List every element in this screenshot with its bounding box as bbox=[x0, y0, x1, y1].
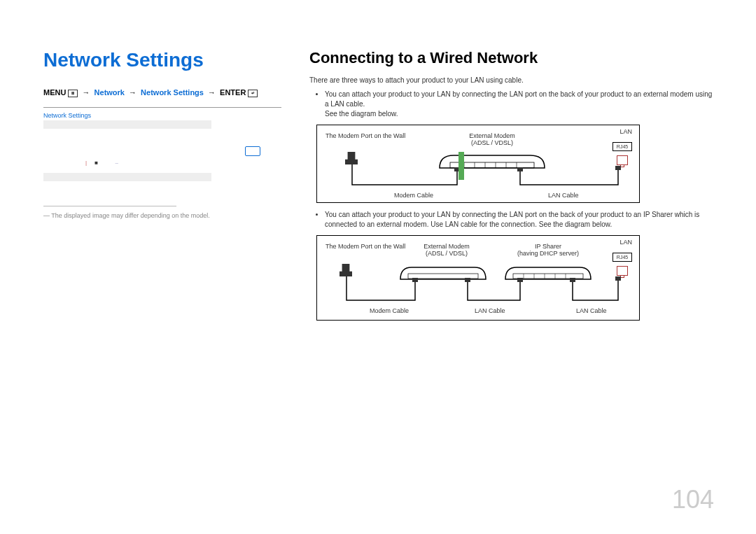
right-column: Connecting to a Wired Network There are … bbox=[309, 49, 714, 328]
lan-cable-label: LAN Cable bbox=[576, 307, 607, 314]
manual-page: Network Settings MENU Ⅲ → Network → Netw… bbox=[0, 0, 756, 349]
ui-row bbox=[43, 120, 211, 129]
ui-dots: | ■ – bbox=[85, 160, 118, 166]
bullet-list: You can attach your product to your LAN … bbox=[309, 210, 714, 230]
modem-cable-label: Modem Cable bbox=[394, 192, 433, 199]
diagram-1: The Modem Port on the Wall External Mode… bbox=[316, 125, 640, 203]
divider bbox=[43, 206, 176, 206]
screenshot-title: Network Settings bbox=[43, 112, 281, 119]
cable-lines bbox=[317, 125, 639, 202]
svg-rect-8 bbox=[458, 152, 464, 180]
intro-text: There are three ways to attach your prod… bbox=[309, 76, 714, 85]
diagram-2: The Modem Port on the Wall External Mode… bbox=[316, 235, 640, 321]
arrow-icon: → bbox=[208, 88, 216, 97]
svg-rect-22 bbox=[615, 276, 621, 281]
ui-row bbox=[43, 173, 211, 181]
svg-rect-9 bbox=[517, 167, 523, 171]
left-column: Network Settings MENU Ⅲ → Network → Netw… bbox=[43, 49, 281, 328]
page-number: 104 bbox=[672, 485, 714, 514]
network-label: Network bbox=[94, 88, 125, 97]
menu-label: MENU bbox=[43, 88, 66, 97]
enter-label: ENTER bbox=[220, 88, 246, 97]
subsection-title: Connecting to a Wired Network bbox=[309, 49, 714, 67]
arrow-icon: → bbox=[83, 88, 90, 97]
bullet-list: You can attach your product to your LAN … bbox=[309, 90, 714, 119]
menu-path: MENU Ⅲ → Network → Network Settings → EN… bbox=[43, 88, 281, 97]
lan-cable-label: LAN Cable bbox=[548, 192, 579, 199]
note-text: ― The displayed image may differ dependi… bbox=[43, 212, 281, 219]
ui-screenshot: Network Settings | ■ – bbox=[43, 107, 281, 196]
menu-icon: Ⅲ bbox=[68, 90, 78, 97]
svg-rect-10 bbox=[615, 166, 621, 170]
ui-highlight-box bbox=[245, 146, 260, 156]
ui-middle: | ■ – bbox=[43, 131, 281, 173]
bullet-item: You can attach your product to your LAN … bbox=[325, 90, 714, 119]
enter-icon: ↵ bbox=[248, 90, 258, 97]
svg-rect-21 bbox=[570, 278, 575, 282]
svg-rect-20 bbox=[517, 278, 523, 282]
lan-cable-label: LAN Cable bbox=[475, 307, 505, 314]
section-title: Network Settings bbox=[43, 49, 281, 71]
modem-cable-label: Modem Cable bbox=[370, 307, 409, 314]
arrow-icon: → bbox=[129, 88, 136, 97]
svg-rect-18 bbox=[412, 278, 418, 282]
bullet-item: You can attach your product to your LAN … bbox=[325, 210, 714, 230]
network-settings-label: Network Settings bbox=[141, 88, 204, 97]
svg-rect-19 bbox=[465, 278, 470, 282]
